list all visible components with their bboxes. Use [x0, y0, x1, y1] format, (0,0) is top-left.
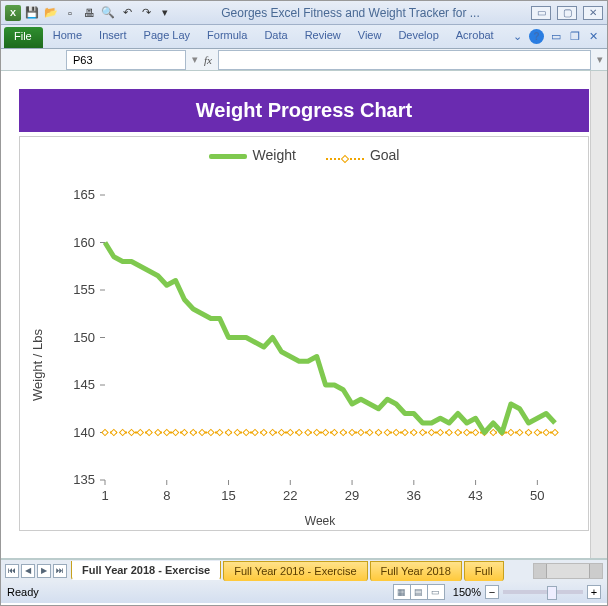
svg-rect-72 [472, 429, 478, 435]
window-title: Georges Excel Fitness and Weight Tracker… [176, 6, 525, 20]
wb-close-icon[interactable]: ✕ [586, 29, 601, 44]
svg-rect-50 [278, 429, 284, 435]
sheet-nav-first[interactable]: ⏮ [5, 564, 19, 578]
zoom-out-button[interactable]: − [485, 585, 499, 599]
sheet-nav-prev[interactable]: ◀ [21, 564, 35, 578]
new-icon[interactable]: ▫ [62, 5, 78, 21]
svg-text:150: 150 [73, 330, 95, 345]
svg-text:29: 29 [345, 488, 359, 503]
formula-input[interactable] [218, 50, 591, 70]
name-box[interactable] [66, 50, 186, 70]
wb-restore-icon[interactable]: ❐ [567, 29, 582, 44]
chart-title-banner: Weight Progress Chart [19, 89, 589, 132]
namebox-dropdown-icon[interactable]: ▾ [192, 53, 198, 66]
svg-rect-49 [270, 429, 276, 435]
tab-data[interactable]: Data [256, 25, 296, 48]
redo-icon[interactable]: ↷ [138, 5, 154, 21]
svg-rect-40 [190, 429, 196, 435]
svg-text:50: 50 [530, 488, 544, 503]
legend-item-goal: Goal [326, 147, 400, 163]
print-icon[interactable]: 🖶 [81, 5, 97, 21]
svg-rect-36 [155, 429, 161, 435]
sheet-nav-last[interactable]: ⏭ [53, 564, 67, 578]
svg-rect-51 [287, 429, 293, 435]
svg-rect-60 [367, 429, 373, 435]
svg-rect-30 [102, 429, 108, 435]
svg-rect-69 [446, 429, 452, 435]
svg-text:8: 8 [163, 488, 170, 503]
maximize-button[interactable]: ▢ [557, 6, 577, 20]
svg-rect-34 [137, 429, 143, 435]
minimize-button[interactable]: ▭ [531, 6, 551, 20]
formula-bar: ▾ fx ▾ [1, 49, 607, 71]
sheet-nav-next[interactable]: ▶ [37, 564, 51, 578]
svg-rect-54 [314, 429, 320, 435]
qat-dropdown-icon[interactable]: ▾ [157, 5, 173, 21]
svg-rect-66 [420, 429, 426, 435]
save-icon[interactable]: 💾 [24, 5, 40, 21]
formula-expand-icon[interactable]: ▾ [597, 53, 607, 66]
tab-view[interactable]: View [350, 25, 391, 48]
sheet-tab-3[interactable]: Full [464, 561, 504, 581]
chart-legend: Weight Goal [20, 137, 588, 173]
view-normal-icon[interactable]: ▦ [393, 584, 411, 600]
view-pagelayout-icon[interactable]: ▤ [410, 584, 428, 600]
svg-text:43: 43 [468, 488, 482, 503]
svg-rect-59 [358, 429, 364, 435]
legend-swatch-weight [209, 154, 247, 159]
tab-formulas[interactable]: Formula [199, 25, 256, 48]
tab-page-layout[interactable]: Page Lay [136, 25, 199, 48]
status-text: Ready [7, 586, 39, 598]
view-pagebreak-icon[interactable]: ▭ [427, 584, 445, 600]
tab-insert[interactable]: Insert [91, 25, 136, 48]
minimize-ribbon-icon[interactable]: ⌄ [510, 29, 525, 44]
zoom-slider[interactable] [503, 590, 583, 594]
svg-text:22: 22 [283, 488, 297, 503]
sheet-tab-bar: ⏮ ◀ ▶ ⏭ Full Year 2018 - Exercise Full Y… [1, 559, 607, 581]
svg-text:135: 135 [73, 472, 95, 487]
sheet-tab-2[interactable]: Full Year 2018 [370, 561, 462, 581]
chart-container: Weight Goal 135140145150155160165 181522… [19, 136, 589, 531]
fx-label[interactable]: fx [204, 54, 212, 66]
svg-rect-62 [384, 429, 390, 435]
svg-rect-78 [525, 429, 531, 435]
worksheet-area: Weight Progress Chart Weight Goal 135140… [1, 71, 607, 559]
svg-rect-64 [402, 429, 408, 435]
svg-rect-68 [437, 429, 443, 435]
svg-rect-41 [199, 429, 205, 435]
svg-rect-76 [508, 429, 514, 435]
svg-rect-38 [172, 429, 178, 435]
horizontal-scrollbar[interactable] [533, 563, 603, 579]
tab-file[interactable]: File [4, 27, 43, 48]
svg-rect-44 [225, 429, 231, 435]
tab-developer[interactable]: Develop [390, 25, 447, 48]
svg-rect-32 [120, 429, 126, 435]
svg-rect-33 [128, 429, 134, 435]
open-icon[interactable]: 📂 [43, 5, 59, 21]
preview-icon[interactable]: 🔍 [100, 5, 116, 21]
sheet-tab-0[interactable]: Full Year 2018 - Exercise [71, 561, 221, 580]
vertical-scrollbar[interactable] [590, 71, 607, 558]
zoom-level[interactable]: 150% [453, 586, 481, 598]
tab-home[interactable]: Home [45, 25, 91, 48]
wb-minimize-icon[interactable]: ▭ [548, 29, 563, 44]
svg-rect-45 [234, 429, 240, 435]
x-axis-label: Week [305, 514, 336, 528]
chart-plot: 135140145150155160165 18152229364350 Wei… [20, 175, 570, 530]
svg-rect-37 [164, 429, 170, 435]
legend-item-weight: Weight [209, 147, 296, 163]
undo-icon[interactable]: ↶ [119, 5, 135, 21]
svg-rect-35 [146, 429, 152, 435]
close-button[interactable]: ✕ [583, 6, 603, 20]
tab-review[interactable]: Review [297, 25, 350, 48]
svg-rect-47 [252, 429, 258, 435]
help-icon[interactable]: ? [529, 29, 544, 44]
tab-acrobat[interactable]: Acrobat [448, 25, 503, 48]
svg-rect-39 [181, 429, 187, 435]
zoom-in-button[interactable]: + [587, 585, 601, 599]
svg-rect-46 [243, 429, 249, 435]
y-axis-label: Weight / Lbs [30, 328, 45, 401]
svg-rect-52 [296, 429, 302, 435]
sheet-tab-1[interactable]: Full Year 2018 - Exercise [223, 561, 367, 581]
svg-text:15: 15 [221, 488, 235, 503]
